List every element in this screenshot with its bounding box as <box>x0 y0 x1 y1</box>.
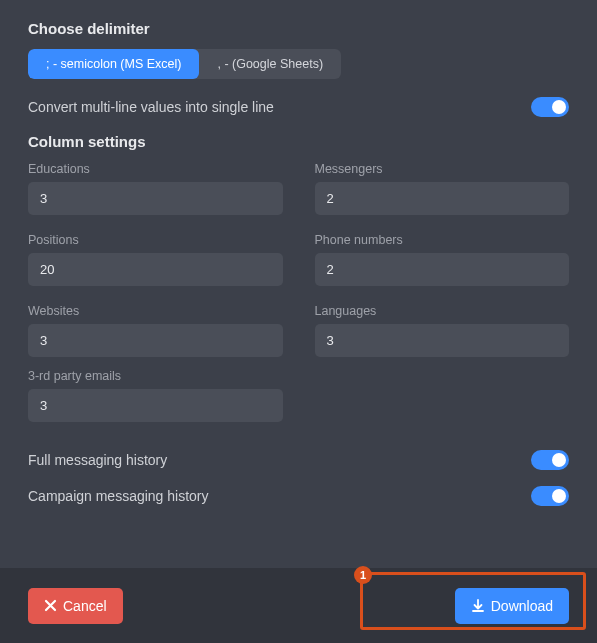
messengers-input[interactable] <box>315 182 570 215</box>
field-messengers: Messengers <box>315 162 570 215</box>
delimiter-option-comma[interactable]: , - (Google Sheets) <box>199 49 341 79</box>
cancel-button-label: Cancel <box>63 598 107 614</box>
convert-multiline-row: Convert multi-line values into single li… <box>28 97 569 117</box>
column-settings-title: Column settings <box>28 133 569 150</box>
footer: Cancel Download <box>0 568 597 643</box>
campaign-messaging-history-label: Campaign messaging history <box>28 488 209 504</box>
third-party-emails-input[interactable] <box>28 389 283 422</box>
full-messaging-history-toggle[interactable] <box>531 450 569 470</box>
convert-multiline-toggle[interactable] <box>531 97 569 117</box>
close-icon <box>44 599 57 612</box>
field-label: Educations <box>28 162 283 176</box>
field-label: Languages <box>315 304 570 318</box>
download-button-label: Download <box>491 598 553 614</box>
phone-numbers-input[interactable] <box>315 253 570 286</box>
field-third-party-emails: 3-rd party emails <box>28 369 283 422</box>
languages-input[interactable] <box>315 324 570 357</box>
delimiter-title: Choose delimiter <box>28 20 569 37</box>
download-button[interactable]: Download <box>455 588 569 624</box>
positions-input[interactable] <box>28 253 283 286</box>
delimiter-option-semicolon[interactable]: ; - semicolon (MS Excel) <box>28 49 199 79</box>
download-icon <box>471 599 485 613</box>
field-label: Positions <box>28 233 283 247</box>
field-phone-numbers: Phone numbers <box>315 233 570 286</box>
educations-input[interactable] <box>28 182 283 215</box>
field-educations: Educations <box>28 162 283 215</box>
field-positions: Positions <box>28 233 283 286</box>
campaign-messaging-history-row: Campaign messaging history <box>28 486 569 506</box>
field-label: 3-rd party emails <box>28 369 283 383</box>
field-websites: Websites <box>28 304 283 357</box>
cancel-button[interactable]: Cancel <box>28 588 123 624</box>
field-label: Messengers <box>315 162 570 176</box>
delimiter-segmented-control: ; - semicolon (MS Excel) , - (Google She… <box>28 49 341 79</box>
campaign-messaging-history-toggle[interactable] <box>531 486 569 506</box>
full-messaging-history-row: Full messaging history <box>28 450 569 470</box>
convert-multiline-label: Convert multi-line values into single li… <box>28 99 274 115</box>
full-messaging-history-label: Full messaging history <box>28 452 167 468</box>
field-label: Phone numbers <box>315 233 570 247</box>
websites-input[interactable] <box>28 324 283 357</box>
field-languages: Languages <box>315 304 570 357</box>
field-label: Websites <box>28 304 283 318</box>
